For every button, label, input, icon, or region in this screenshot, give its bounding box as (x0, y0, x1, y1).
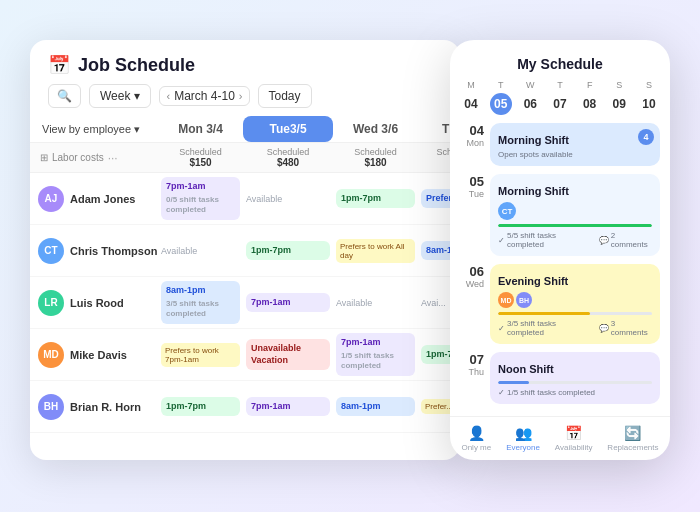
shift-cell[interactable]: 8am-1pm 3/5 shift tasks completed (158, 279, 243, 325)
shift-cell[interactable]: 1pm-7pm (243, 239, 333, 263)
desktop-title: Job Schedule (78, 55, 195, 76)
availability-icon: 📅 (565, 425, 582, 441)
shift-tag: 1pm-7pm (161, 397, 240, 417)
mobile-day-sun[interactable]: S 10 (638, 80, 660, 115)
schedule-meta: ✓ 5/5 shift tasks completed 💬 2 comments (498, 231, 652, 249)
week-view-button[interactable]: Week ▾ (89, 84, 151, 108)
progress-fill (498, 312, 590, 315)
list-item: 06 Wed Evening Shift MD BH ✓ 3/5 shift t… (460, 264, 660, 344)
employee-rows: AJ Adam Jones 7pm-1am 0/5 shift tasks co… (30, 173, 460, 443)
mobile-bottom-nav: 👤 Only me 👥 Everyone 📅 Availability 🔄 Re… (450, 416, 670, 460)
schedule-date: 04 Mon (460, 123, 484, 148)
shift-tag: 1pm-7pm (246, 241, 330, 261)
employee-name: Luis Rood (70, 297, 124, 309)
employee-info: BH Brian R. Horn (38, 394, 158, 420)
desktop-scheduler-card: 📅 Job Schedule 🔍 Week ▾ ‹ March 4-10 › T… (30, 40, 460, 460)
schedule-meta: ✓ 3/5 shift tasks completed 💬 3 comments (498, 319, 652, 337)
mobile-day-sat[interactable]: S 09 (608, 80, 630, 115)
shift-tag: 7pm-1am (246, 397, 330, 417)
prev-arrow[interactable]: ‹ (166, 90, 170, 102)
shift-cell[interactable]: Prefers to work 7pm-1am (158, 341, 243, 369)
desktop-toolbar: 🔍 Week ▾ ‹ March 4-10 › Today (30, 84, 460, 116)
shift-cell[interactable]: Unavailable Vacation (243, 337, 333, 372)
shift-cell[interactable]: 7pm-1am 0/5 shift tasks completed (158, 175, 243, 221)
employee-name: Brian R. Horn (70, 401, 141, 413)
schedule-meta: ✓ 1/5 shift tasks completed (498, 388, 652, 397)
day-header-tue: Tue3/5 (243, 116, 333, 142)
grid-header: View by employee ▾ Mon 3/4 Tue3/5 Wed 3/… (30, 116, 460, 143)
employee-info: CT Chris Thompson (38, 238, 158, 264)
mobile-day-wed[interactable]: W 06 (519, 80, 541, 115)
shift-tag: 8am-1pm 3/5 shift tasks completed (161, 281, 240, 323)
nav-item-everyone[interactable]: 👥 Everyone (506, 425, 540, 452)
nav-item-replacements[interactable]: 🔄 Replacements (607, 425, 658, 452)
avatar: BH (38, 394, 64, 420)
schedule-card[interactable]: Noon Shift ✓ 1/5 shift tasks completed (490, 352, 660, 404)
avatar: CT (38, 238, 64, 264)
labor-wed: Scheduled $180 (333, 143, 418, 172)
shift-cell[interactable]: 7pm-1am (243, 395, 333, 419)
shift-cell[interactable]: 7pm-1am 1/5 shift tasks completed (333, 331, 418, 377)
mobile-scheduler-card: My Schedule M 04 T 05 W 06 T 07 F 08 S 0… (450, 40, 670, 460)
progress-fill (498, 224, 652, 227)
more-options[interactable]: ··· (108, 151, 118, 165)
replacements-icon: 🔄 (624, 425, 641, 441)
dollar-icon: ⊞ (40, 152, 48, 163)
search-button[interactable]: 🔍 (48, 84, 81, 108)
employee-info: MD Mike Davis (38, 342, 158, 368)
task-progress-bar (498, 312, 652, 315)
labor-mon: Scheduled $150 (158, 143, 243, 172)
table-row: AJ Adam Jones 7pm-1am 0/5 shift tasks co… (30, 173, 460, 225)
labor-label: ⊞ Labor costs ··· (38, 143, 158, 172)
avatar: LR (38, 290, 64, 316)
schedule-date: 06 Wed (460, 264, 484, 289)
view-by-button[interactable]: View by employee ▾ (38, 116, 158, 142)
shift-cell[interactable]: Available (158, 244, 243, 258)
next-arrow[interactable]: › (239, 90, 243, 102)
desktop-header: 📅 Job Schedule (30, 40, 460, 84)
employee-info: LR Luis Rood (38, 290, 158, 316)
day-header-mon: Mon 3/4 (158, 116, 243, 142)
employee-name: Mike Davis (70, 349, 127, 361)
shift-cell[interactable]: Prefers to work All day (333, 237, 418, 265)
nav-item-only-me[interactable]: 👤 Only me (461, 425, 491, 452)
shift-cell[interactable]: 8am-1pm (333, 395, 418, 419)
list-item: 05 Tue Morning Shift CT ✓ 5/5 shift task… (460, 174, 660, 256)
everyone-icon: 👥 (515, 425, 532, 441)
task-progress-bar (498, 381, 652, 384)
shift-tag: 8am-1pm (336, 397, 415, 417)
mobile-day-tue[interactable]: T 05 (490, 80, 512, 115)
nav-item-availability[interactable]: 📅 Availability (555, 425, 593, 452)
day-header-wed: Wed 3/6 (333, 116, 418, 142)
date-navigation: ‹ March 4-10 › (159, 86, 249, 106)
task-progress-bar (498, 224, 652, 227)
mobile-day-fri[interactable]: F 08 (579, 80, 601, 115)
available-label: Available (246, 194, 330, 204)
schedule-card[interactable]: Evening Shift MD BH ✓ 3/5 shift tasks co… (490, 264, 660, 344)
table-row: LR Luis Rood 8am-1pm 3/5 shift tasks com… (30, 277, 460, 329)
shift-tag: Unavailable Vacation (246, 339, 330, 370)
available-label: Available (161, 246, 240, 256)
shift-cell[interactable]: 1pm-7pm (333, 187, 418, 211)
mobile-day-thu[interactable]: T 07 (549, 80, 571, 115)
prefers-tag: Prefers to work 7pm-1am (161, 343, 240, 367)
today-button[interactable]: Today (258, 84, 312, 108)
mobile-title: My Schedule (450, 40, 670, 80)
open-spots-badge: 4 (638, 129, 654, 145)
employee-name: Chris Thompson (70, 245, 157, 257)
mobile-day-mon[interactable]: M 04 (460, 80, 482, 115)
table-row: BH Brian R. Horn 1pm-7pm 7pm-1am 8am-1pm… (30, 381, 460, 433)
shift-tag: 7pm-1am 0/5 shift tasks completed (161, 177, 240, 219)
shift-cell[interactable]: 1pm-7pm (158, 395, 243, 419)
avatar: CT (498, 202, 516, 220)
schedule-grid: View by employee ▾ Mon 3/4 Tue3/5 Wed 3/… (30, 116, 460, 446)
shift-cell[interactable]: Available (243, 192, 333, 206)
avatar: MD (38, 342, 64, 368)
mobile-schedule-list: 04 Mon Morning Shift 4 Open spots availa… (450, 123, 670, 416)
shift-cell[interactable]: 7pm-1am (243, 291, 333, 315)
date-range: March 4-10 (174, 89, 235, 103)
list-item: 04 Mon Morning Shift 4 Open spots availa… (460, 123, 660, 166)
schedule-card[interactable]: Morning Shift CT ✓ 5/5 shift tasks compl… (490, 174, 660, 256)
schedule-card[interactable]: Morning Shift 4 Open spots available (490, 123, 660, 166)
shift-cell[interactable]: Available (333, 296, 418, 310)
